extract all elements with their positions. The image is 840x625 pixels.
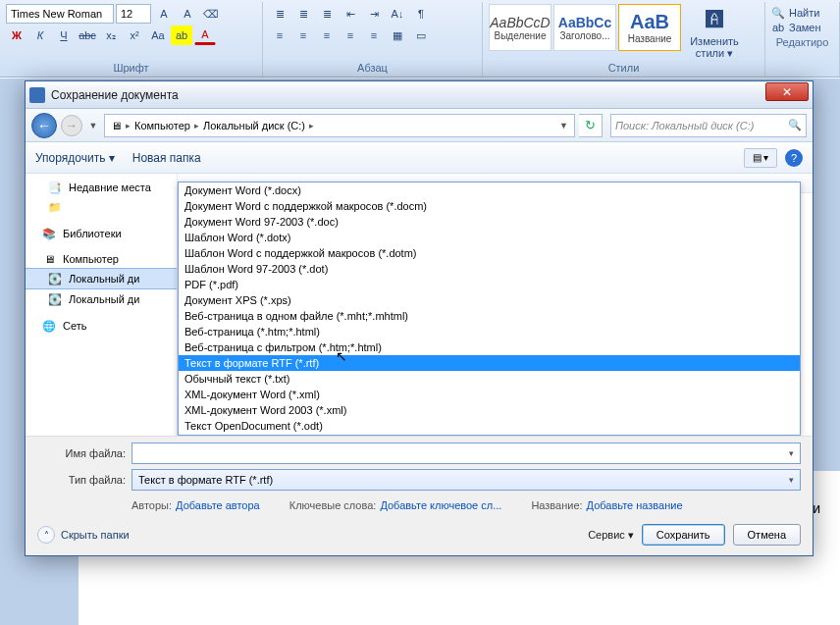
place-network[interactable]: 🌐Сеть	[26, 309, 177, 335]
show-marks-button[interactable]: ¶	[410, 4, 432, 24]
filetype-option[interactable]: Веб-страница в одном файле (*.mht;*.mhtm…	[179, 308, 800, 324]
filetype-option[interactable]: Документ Word (*.docx)	[179, 182, 800, 198]
style-tile-0[interactable]: AaBbCcD Выделение	[489, 4, 551, 51]
filetype-label: Тип файла:	[37, 474, 126, 486]
align-left-button[interactable]: ≡	[269, 26, 290, 45]
hide-folders-button[interactable]: ˄Скрыть папки	[37, 526, 130, 544]
filetype-option[interactable]: Веб-страница с фильтром (*.htm;*.html)	[179, 339, 800, 355]
breadcrumb-seg-0[interactable]: Компьютер	[131, 120, 194, 131]
font-group-label: Шрифт	[6, 60, 256, 77]
underline-button[interactable]: Ч	[53, 26, 75, 45]
font-size-combo[interactable]	[116, 4, 151, 24]
multilevel-button[interactable]: ≣	[316, 4, 338, 24]
place-computer[interactable]: 🖥Компьютер	[26, 242, 177, 268]
meta-title[interactable]: Название:Добавьте название	[531, 499, 682, 511]
service-button[interactable]: Сервис ▾	[588, 529, 634, 542]
ribbon-group-paragraph: ≣ ≣ ≣ ⇤ ⇥ A↓ ¶ ≡ ≡ ≡ ≡ ≡ ▦ ▭ Абзац	[263, 2, 483, 77]
place-libraries[interactable]: 📚Библиотеки	[26, 217, 177, 242]
close-button[interactable]: ✕	[765, 82, 809, 101]
filetype-option[interactable]: Works 6.0 - 9.0 (*.wps)	[179, 434, 800, 436]
sort-button[interactable]: A↓	[387, 4, 408, 24]
filetype-option[interactable]: Шаблон Word 97-2003 (*.dot)	[179, 261, 800, 277]
subscript-button[interactable]: x₂	[100, 26, 122, 45]
replace-icon: ab	[771, 21, 785, 34]
breadcrumb[interactable]: 🖥 ▸ Компьютер ▸ Локальный диск (C:) ▸ ▼	[104, 114, 575, 137]
find-button[interactable]: 🔍Найти	[771, 6, 833, 20]
line-spacing-button[interactable]: ≡	[363, 26, 385, 45]
replace-button[interactable]: abЗамен	[771, 21, 833, 34]
places-pane: 📑Недавние места 📁 📚Библиотеки 🖥Компьютер…	[26, 174, 178, 436]
nav-back-button[interactable]: ←	[31, 113, 57, 138]
filetype-option[interactable]: Документ Word 97-2003 (*.doc)	[179, 214, 800, 230]
chevron-up-icon: ˄	[37, 526, 55, 544]
place-recent[interactable]: 📑Недавние места	[26, 178, 177, 197]
help-button[interactable]: ?	[785, 149, 803, 167]
search-icon: 🔍	[788, 119, 802, 131]
nav-history-dropdown[interactable]: ▼	[86, 115, 100, 136]
search-placeholder: Поиск: Локальный диск (C:)	[615, 120, 754, 131]
place-folder[interactable]: 📁	[26, 197, 177, 217]
bold-button[interactable]: Ж	[6, 26, 27, 45]
filetype-option[interactable]: Документ Word с поддержкой макросов (*.d…	[179, 198, 800, 214]
filetype-option[interactable]: Шаблон Word с поддержкой макросов (*.dot…	[179, 245, 800, 261]
place-disk-c[interactable]: 💽Локальный ди	[26, 268, 177, 289]
filename-input[interactable]: ▾	[131, 443, 801, 464]
style-name: Выделение	[495, 30, 547, 41]
style-tile-1[interactable]: AaBbCc Заголово...	[553, 4, 616, 51]
font-color-button[interactable]: A	[194, 26, 216, 45]
disk-icon: 💽	[47, 272, 63, 286]
dialog-toolbar: Упорядочить ▾ Новая папка ▤ ▾ ?	[26, 142, 813, 174]
clear-formatting-button[interactable]: ⌫	[200, 4, 222, 24]
filetype-option[interactable]: XML-документ Word (*.xml)	[179, 387, 800, 402]
breadcrumb-seg-1[interactable]: Локальный диск (C:)	[199, 120, 309, 131]
shrink-font-button[interactable]: A	[177, 4, 198, 24]
align-right-button[interactable]: ≡	[316, 26, 338, 45]
change-styles-icon: 🅰	[699, 4, 730, 35]
strike-button[interactable]: abc	[77, 26, 98, 45]
outdent-button[interactable]: ⇤	[340, 4, 361, 24]
new-folder-button[interactable]: Новая папка	[132, 151, 201, 165]
highlight-button[interactable]: ab	[171, 26, 192, 45]
place-disk-d[interactable]: 💽Локальный ди	[26, 289, 177, 309]
nav-forward-button[interactable]: →	[61, 115, 82, 136]
superscript-button[interactable]: x²	[124, 26, 145, 45]
change-styles-button[interactable]: 🅰 Изменить стили ▾	[683, 4, 746, 60]
organize-button[interactable]: Упорядочить ▾	[35, 151, 115, 165]
filetype-option[interactable]: Веб-страница (*.htm;*.html)	[179, 324, 800, 339]
borders-button[interactable]: ▭	[410, 26, 432, 45]
meta-keywords[interactable]: Ключевые слова:Добавьте ключевое сл...	[289, 499, 502, 511]
filetype-option[interactable]: Обычный текст (*.txt)	[179, 371, 800, 387]
filetype-option[interactable]: XML-документ Word 2003 (*.xml)	[179, 402, 800, 418]
font-name-combo[interactable]	[6, 4, 114, 24]
style-tile-2[interactable]: AaB Название	[618, 4, 681, 51]
grow-font-button[interactable]: A	[153, 4, 175, 24]
ribbon: A A ⌫ Ж К Ч abc x₂ x² Aa ab A Шрифт ≣ ≣	[0, 0, 840, 78]
save-button[interactable]: Сохранить	[642, 524, 725, 546]
change-case-button[interactable]: Aa	[147, 26, 169, 45]
style-name: Название	[628, 33, 672, 44]
align-justify-button[interactable]: ≡	[340, 26, 361, 45]
numbering-button[interactable]: ≣	[292, 4, 314, 24]
meta-authors[interactable]: Авторы:Добавьте автора	[131, 499, 260, 511]
style-sample: AaB	[630, 11, 669, 33]
filetype-combo[interactable]: Текст в формате RTF (*.rtf)▾	[131, 469, 801, 491]
filetype-option[interactable]: Текст OpenDocument (*.odt)	[179, 418, 800, 434]
search-input[interactable]: Поиск: Локальный диск (C:) 🔍	[610, 114, 807, 137]
cancel-button[interactable]: Отмена	[733, 524, 801, 546]
dialog-bottom: Имя файла: ▾ Тип файла: Текст в формате …	[26, 436, 813, 555]
network-icon: 🌐	[41, 319, 57, 333]
filetype-option[interactable]: Документ XPS (*.xps)	[179, 292, 800, 308]
filetype-option[interactable]: Шаблон Word (*.dotx)	[179, 230, 800, 245]
italic-button[interactable]: К	[29, 26, 51, 45]
filetype-option[interactable]: PDF (*.pdf)	[179, 277, 800, 292]
filetype-dropdown[interactable]: Документ Word (*.docx)Документ Word с по…	[178, 182, 801, 436]
chevron-down-icon: ▾	[789, 475, 794, 485]
refresh-button[interactable]: ↻	[579, 114, 603, 137]
bullets-button[interactable]: ≣	[269, 4, 290, 24]
shading-button[interactable]: ▦	[387, 26, 408, 45]
align-center-button[interactable]: ≡	[292, 26, 314, 45]
indent-button[interactable]: ⇥	[363, 4, 385, 24]
style-sample: AaBbCc	[558, 15, 611, 30]
view-mode-button[interactable]: ▤ ▾	[744, 148, 777, 168]
filetype-option[interactable]: Текст в формате RTF (*.rtf)	[179, 355, 800, 371]
